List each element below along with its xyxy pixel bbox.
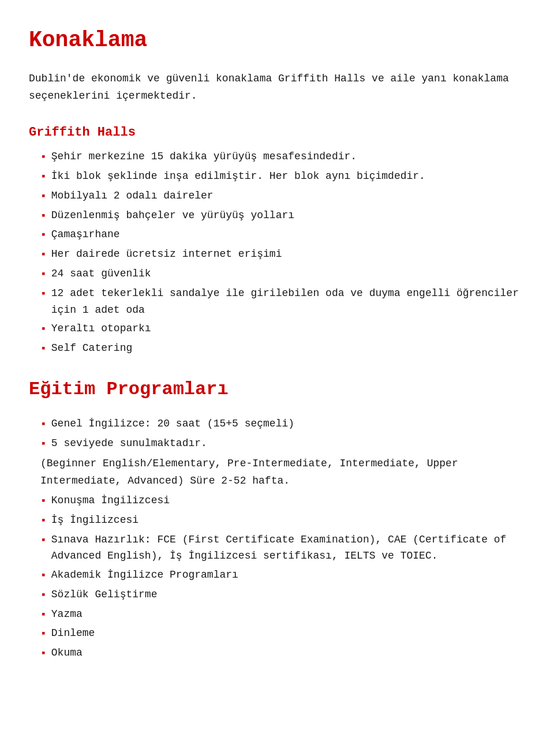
bullet-text: Çamaşırhane <box>51 226 120 243</box>
list-item: ▪ 12 adet tekerlekli sandalye ile girile… <box>29 285 525 319</box>
bullet-icon: ▪ <box>40 321 47 338</box>
bullet-icon: ▪ <box>40 208 47 224</box>
bullet-icon: ▪ <box>40 567 47 584</box>
bullet-text: Self Catering <box>51 340 132 357</box>
bullet-icon: ▪ <box>40 169 47 185</box>
bullet-icon: ▪ <box>40 512 47 529</box>
bullet-icon: ▪ <box>40 587 47 604</box>
egitim-title: Eğitim Programları <box>29 375 525 404</box>
bullet-icon: ▪ <box>40 532 47 549</box>
list-item: ▪ Konuşma İngilizcesi <box>29 492 525 510</box>
bullet-text: 5 seviyede sunulmaktadır. <box>51 435 207 452</box>
bullet-icon: ▪ <box>40 149 47 166</box>
griffith-halls-section: Griffith Halls ▪ Şehir merkezine 15 daki… <box>29 122 525 357</box>
bullet-icon: ▪ <box>40 645 47 662</box>
bullet-icon: ▪ <box>40 286 47 302</box>
bullet-text: Dinleme <box>51 625 95 642</box>
bullet-icon: ▪ <box>40 227 47 244</box>
intro-paragraph: Dublin'de ekonomik ve güvenli konaklama … <box>29 70 525 105</box>
bullet-text: 12 adet tekerlekli sandalye ile girilebi… <box>51 285 525 319</box>
list-item: ▪ Çamaşırhane <box>29 226 525 244</box>
list-item: ▪ Sınava Hazırlık: FCE (First Certificat… <box>29 532 525 565</box>
egitim-programlari-section: Eğitim Programları ▪ Genel İngilizce: 20… <box>29 375 525 662</box>
bullet-text: Genel İngilizce: 20 saat (15+5 seçmeli) <box>51 416 294 432</box>
list-item: ▪ Genel İngilizce: 20 saat (15+5 seçmeli… <box>29 416 525 433</box>
bullet-text: Sınava Hazırlık: FCE (First Certificate … <box>51 532 525 565</box>
list-item: ▪ 5 seviyede sunulmaktadır. <box>29 435 525 452</box>
bullet-icon: ▪ <box>40 607 47 623</box>
list-item: ▪ Yazma <box>29 606 525 623</box>
bullet-icon: ▪ <box>40 416 47 433</box>
list-item: ▪ İş İngilizcesi <box>29 512 525 529</box>
bullet-text: Sözlük Geliştirme <box>51 586 158 603</box>
bullet-text: Okuma <box>51 645 83 661</box>
list-item: ▪ Self Catering <box>29 340 525 357</box>
list-item: ▪ Şehir merkezine 15 dakika yürüyüş mesa… <box>29 148 525 166</box>
bullet-text: Yazma <box>51 606 83 623</box>
list-item: ▪ Mobilyalı 2 odalı daireler <box>29 188 525 205</box>
bullet-icon: ▪ <box>40 436 47 452</box>
list-item: ▪ Akademik İngilizce Programları <box>29 567 525 584</box>
bullet-icon: ▪ <box>40 340 47 357</box>
list-item: ▪ Düzenlenmiş bahçeler ve yürüyüş yollar… <box>29 207 525 224</box>
list-item: ▪ Yeraltı otoparkı <box>29 320 525 338</box>
bullet-text: Her dairede ücretsiz internet erişimi <box>51 246 282 263</box>
bullet-text: 24 saat güvenlik <box>51 265 151 282</box>
list-item: ▪ Sözlük Geliştirme <box>29 586 525 604</box>
list-item: ▪ İki blok şeklinde inşa edilmiştir. Her… <box>29 168 525 185</box>
bullet-icon: ▪ <box>40 626 47 642</box>
bullet-icon: ▪ <box>40 188 47 205</box>
bullet-icon: ▪ <box>40 246 47 263</box>
levels-text: (Beginner English/Elementary, Pre-Interm… <box>29 455 525 490</box>
list-item: ▪ Dinleme <box>29 625 525 642</box>
bullet-text: Mobilyalı 2 odalı daireler <box>51 188 214 204</box>
bullet-text: İki blok şeklinde inşa edilmiştir. Her b… <box>51 168 425 185</box>
bullet-text: Yeraltı otoparkı <box>51 320 151 337</box>
griffith-halls-title: Griffith Halls <box>29 122 525 143</box>
list-item: ▪ Okuma <box>29 645 525 662</box>
bullet-text: İş İngilizcesi <box>51 512 138 529</box>
bullet-text: Şehir merkezine 15 dakika yürüyüş mesafe… <box>51 148 357 165</box>
bullet-text: Düzenlenmiş bahçeler ve yürüyüş yolları <box>51 207 294 224</box>
list-item: ▪ Her dairede ücretsiz internet erişimi <box>29 246 525 263</box>
list-item: ▪ 24 saat güvenlik <box>29 265 525 283</box>
bullet-icon: ▪ <box>40 266 47 283</box>
bullet-icon: ▪ <box>40 493 47 510</box>
page-title: Konaklama <box>29 23 525 58</box>
bullet-text: Konuşma İngilizcesi <box>51 492 170 509</box>
bullet-text: Akademik İngilizce Programları <box>51 567 238 583</box>
